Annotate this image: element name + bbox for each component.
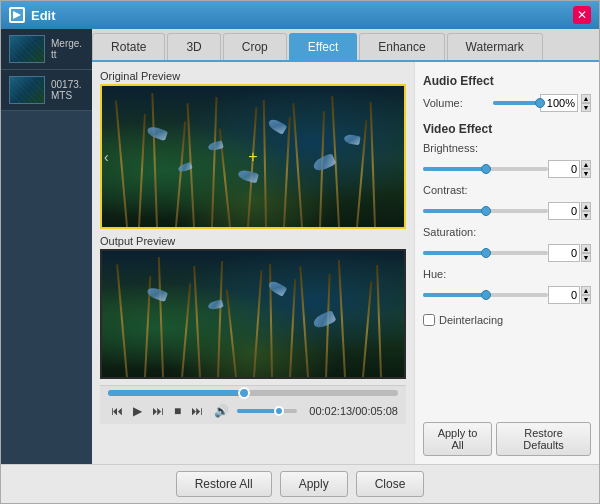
contrast-spin: ▲ ▼: [581, 202, 591, 220]
fast-forward-button[interactable]: ⏭: [149, 402, 167, 420]
hue-spin: ▲ ▼: [581, 286, 591, 304]
apply-to-all-button[interactable]: Apply to All: [423, 422, 492, 456]
contrast-row: Contrast:: [423, 184, 591, 196]
deinterlacing-row: Deinterlacing: [423, 314, 591, 326]
apply-row: Apply to All Restore Defaults: [423, 422, 591, 456]
body-area: Original Preview: [92, 62, 599, 464]
close-button[interactable]: Close: [356, 471, 425, 497]
contrast-slider-thumb[interactable]: [481, 206, 491, 216]
right-panel: Audio Effect Volume: ▲: [414, 62, 599, 464]
skip-start-button[interactable]: ⏮: [108, 402, 126, 420]
tab-watermark[interactable]: Watermark: [447, 33, 543, 60]
hue-slider-fill: [423, 293, 486, 297]
volume-slider-fill: [493, 101, 540, 105]
stop-button[interactable]: ■: [171, 402, 184, 420]
video-section-title: Video Effect: [423, 122, 591, 136]
brightness-slider-track[interactable]: [423, 167, 548, 171]
close-window-button[interactable]: ✕: [573, 6, 591, 24]
deinterlacing-checkbox[interactable]: [423, 314, 435, 326]
brightness-label: Brightness:: [423, 142, 493, 154]
tab-effect[interactable]: Effect: [289, 33, 357, 60]
saturation-label: Saturation:: [423, 226, 493, 238]
brightness-slider-container: [423, 167, 548, 171]
volume-spin-down[interactable]: ▼: [581, 103, 591, 112]
hue-slider-thumb[interactable]: [481, 290, 491, 300]
volume-input[interactable]: [540, 94, 578, 112]
volume-track[interactable]: [237, 409, 297, 413]
content-area: Merge.tt 00173.MTS Rotate 3D Crop Effect…: [1, 29, 599, 464]
brightness-spin-down[interactable]: ▼: [581, 169, 591, 178]
time-display: 00:02:13/00:05:08: [309, 405, 398, 417]
output-section: Output Preview: [100, 235, 406, 379]
volume-thumb[interactable]: [274, 406, 284, 416]
saturation-slider-track[interactable]: [423, 251, 548, 255]
hue-input[interactable]: [548, 286, 580, 304]
tab-3d[interactable]: 3D: [167, 33, 220, 60]
arrow-left-orig: ‹: [104, 149, 109, 165]
edit-window: Edit ✕ Merge.tt 00173.MTS Rotate 3D Crop…: [0, 0, 600, 504]
main-area: Rotate 3D Crop Effect Enhance Watermark …: [92, 29, 599, 464]
saturation-spin-up[interactable]: ▲: [581, 244, 591, 253]
saturation-spin: ▲ ▼: [581, 244, 591, 262]
progress-track[interactable]: [108, 390, 398, 396]
brightness-spin-up[interactable]: ▲: [581, 160, 591, 169]
brightness-slider-fill: [423, 167, 486, 171]
restore-defaults-button[interactable]: Restore Defaults: [496, 422, 591, 456]
window-title: Edit: [31, 8, 56, 23]
contrast-spin-down[interactable]: ▼: [581, 211, 591, 220]
original-preview: + ‹: [100, 84, 406, 229]
volume-slider-container: [493, 101, 540, 105]
file-item[interactable]: 00173.MTS: [1, 70, 92, 111]
merge-name: Merge.tt: [51, 38, 84, 60]
brightness-input[interactable]: [548, 160, 580, 178]
right-apply-section: Apply to All Restore Defaults: [423, 414, 591, 456]
bottom-bar: Restore All Apply Close: [1, 464, 599, 503]
tabs-bar: Rotate 3D Crop Effect Enhance Watermark: [92, 29, 599, 62]
contrast-spin-up[interactable]: ▲: [581, 202, 591, 211]
merge-item[interactable]: Merge.tt: [1, 29, 92, 70]
brightness-row: Brightness:: [423, 142, 591, 154]
hue-slider-container: [423, 293, 548, 297]
tab-crop[interactable]: Crop: [223, 33, 287, 60]
original-label: Original Preview: [100, 70, 406, 82]
reeds-orig: [102, 86, 404, 227]
merge-thumb: [9, 35, 45, 63]
contrast-slider-row: ▲ ▼: [423, 202, 591, 220]
volume-spin-up[interactable]: ▲: [581, 94, 591, 103]
play-button[interactable]: ▶: [130, 402, 145, 420]
brightness-slider-thumb[interactable]: [481, 164, 491, 174]
hue-spin-up[interactable]: ▲: [581, 286, 591, 295]
contrast-label: Contrast:: [423, 184, 493, 196]
volume-row: Volume: ▲ ▼: [423, 94, 591, 112]
restore-all-button[interactable]: Restore All: [176, 471, 272, 497]
preview-area: Original Preview: [92, 62, 414, 464]
contrast-input[interactable]: [548, 202, 580, 220]
hue-label: Hue:: [423, 268, 493, 280]
volume-label: Volume:: [423, 97, 493, 109]
controls-row: ⏮ ▶ ⏭ ■ ⏭ 🔊 00:02:13/00:05:08: [108, 402, 398, 420]
saturation-spin-down[interactable]: ▼: [581, 253, 591, 262]
volume-spin: ▲ ▼: [581, 94, 591, 112]
saturation-slider-thumb[interactable]: [481, 248, 491, 258]
reeds-out: [102, 251, 404, 377]
progress-thumb[interactable]: [238, 387, 250, 399]
saturation-slider-fill: [423, 251, 486, 255]
saturation-slider-container: [423, 251, 548, 255]
saturation-input[interactable]: [548, 244, 580, 262]
tab-enhance[interactable]: Enhance: [359, 33, 444, 60]
skip-end-button[interactable]: ⏭: [188, 402, 206, 420]
volume-slider-track[interactable]: [493, 101, 540, 105]
volume-slider-thumb[interactable]: [535, 98, 545, 108]
contrast-slider-track[interactable]: [423, 209, 548, 213]
output-preview: [100, 249, 406, 379]
output-label: Output Preview: [100, 235, 406, 247]
saturation-row: Saturation:: [423, 226, 591, 238]
apply-button[interactable]: Apply: [280, 471, 348, 497]
hue-slider-track[interactable]: [423, 293, 548, 297]
tab-rotate[interactable]: Rotate: [92, 33, 165, 60]
hue-spin-down[interactable]: ▼: [581, 295, 591, 304]
progress-fill: [108, 390, 244, 396]
audio-section-title: Audio Effect: [423, 74, 591, 88]
hue-row: Hue:: [423, 268, 591, 280]
app-icon: [9, 7, 25, 23]
